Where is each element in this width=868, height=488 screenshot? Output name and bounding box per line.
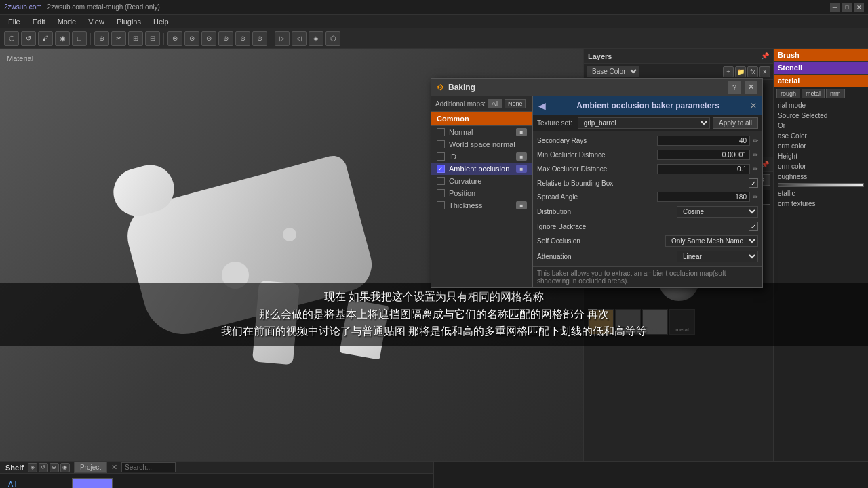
toolbar-btn-16[interactable]: ▷ [275, 31, 290, 46]
subtitle-line-1: 现在 如果我把这个设置为只有相同的网格名称 [14, 288, 854, 306]
menu-edit[interactable]: Edit [27, 16, 51, 27]
self-occlusion-row: Self Occlusion Only Same Mesh Name Alway… [537, 234, 758, 248]
curvature-checkbox[interactable] [437, 177, 445, 185]
position-checkbox[interactable] [437, 189, 445, 197]
roughness-slider[interactable] [778, 183, 864, 187]
layer-fx-btn[interactable]: fx [747, 66, 758, 77]
subtitle-line-2: 那么会做的是将基本上将遮挡图隔离成与它们的名称匹配的网格部分 再次 [14, 306, 854, 323]
common-tab[interactable]: Common [431, 112, 532, 126]
secondary-rays-edit-icon[interactable]: ✏ [753, 137, 758, 144]
spread-angle-input[interactable] [657, 192, 750, 202]
minimize-button[interactable]: ─ [830, 3, 840, 12]
normal-checkbox[interactable] [437, 128, 445, 136]
id-checkbox[interactable] [437, 152, 445, 161]
map-item-normal[interactable]: Normal ■ [431, 126, 532, 138]
baking-help-btn[interactable]: ? [728, 81, 741, 94]
baking-dialog-content: Additional maps: All None Common Normal … [431, 96, 762, 287]
attenuation-select[interactable]: Linear None [677, 251, 758, 262]
toolbar-btn-11[interactable]: ⊘ [184, 31, 199, 46]
ignore-backface-checkbox[interactable] [749, 222, 758, 231]
ao-checkbox[interactable] [437, 165, 445, 173]
toolbar-btn-14[interactable]: ⊛ [235, 31, 250, 46]
map-item-thickness[interactable]: Thickness ■ [431, 199, 532, 211]
mat-basecolor-row: ase Color [774, 131, 868, 141]
toolbar-btn-13[interactable]: ⊚ [218, 31, 233, 46]
mat-mode-label: rial mode [778, 102, 806, 109]
toolbar-btn-7[interactable]: ✂ [111, 31, 126, 46]
toolbar-btn-9[interactable]: ⊟ [145, 31, 160, 46]
shelf-btn-3[interactable]: ⊕ [50, 463, 59, 472]
shelf-btn-1[interactable]: ◈ [28, 463, 37, 472]
thickness-checkbox[interactable] [437, 201, 445, 209]
toolbar-btn-1[interactable]: ⬡ [4, 31, 19, 46]
menu-mode[interactable]: Mode [52, 16, 82, 27]
menu-plugins[interactable]: Plugins [111, 16, 146, 27]
maps-tab-none[interactable]: None [505, 99, 526, 108]
toolbar-btn-2[interactable]: ↺ [21, 31, 36, 46]
toolbar-btn-18[interactable]: ◈ [309, 31, 323, 46]
map-item-position[interactable]: Position [431, 187, 532, 199]
worldnormal-checkbox[interactable] [437, 140, 445, 148]
mat-chip-metal[interactable]: metal [802, 89, 825, 98]
watermark: 2zwsub.com [4, 3, 42, 11]
self-occlusion-select[interactable]: Only Same Mesh Name Always Never [665, 235, 758, 247]
mat-chip-nrm[interactable]: nrm [826, 89, 845, 98]
max-occluder-input[interactable] [657, 164, 750, 174]
stencil-title[interactable]: Stencil [774, 62, 868, 74]
map-item-curvature[interactable]: Curvature [431, 175, 532, 187]
maps-tab-all[interactable]: All [488, 99, 502, 108]
max-occluder-edit-icon[interactable]: ✏ [753, 165, 758, 173]
min-occluder-row: Min Occluder Distance ✏ [537, 148, 758, 161]
toolbar-btn-8[interactable]: ⊞ [128, 31, 143, 46]
toolbar-btn-6[interactable]: ⊕ [94, 31, 109, 46]
shelf-tab-project[interactable]: Project [74, 462, 107, 473]
mat-type-chips: rough metal nrm [774, 87, 868, 100]
close-button[interactable]: ✕ [854, 3, 864, 12]
menu-view[interactable]: View [83, 16, 110, 27]
layer-del-btn[interactable]: ✕ [760, 66, 770, 77]
shelf-btn-2[interactable]: ↺ [39, 463, 48, 472]
baking-close-btn[interactable]: ✕ [745, 81, 757, 94]
base-color-dropdown[interactable]: Base Color [587, 66, 639, 77]
shelf-thumb-normal[interactable]: Normal Ma... [72, 478, 113, 488]
map-item-id[interactable]: ID ■ [431, 150, 532, 163]
shelf-tab-close[interactable]: ✕ [111, 463, 117, 472]
menu-help[interactable]: Help [148, 16, 174, 27]
toolbar-sep-2 [163, 33, 164, 45]
menu-file[interactable]: File [3, 16, 26, 27]
secondary-rays-input[interactable] [657, 136, 750, 146]
min-occluder-input[interactable] [657, 150, 750, 160]
maximize-button[interactable]: □ [842, 3, 852, 12]
baking-icon: ⚙ [437, 83, 444, 92]
toolbar-btn-4[interactable]: ◉ [55, 31, 70, 46]
position-label: Position [449, 189, 475, 197]
material-title[interactable]: aterial [774, 75, 868, 87]
layers-pin[interactable]: 📌 [761, 52, 769, 60]
map-item-ao[interactable]: Ambient occlusion ■ [431, 163, 532, 175]
toolbar-btn-5[interactable]: □ [72, 31, 87, 46]
layer-folder-btn[interactable]: 📁 [735, 66, 746, 77]
toolbar-btn-19[interactable]: ⬡ [326, 31, 340, 46]
toolbar-btn-17[interactable]: ◁ [292, 31, 307, 46]
titlebar: 2zwsub.com 2zwsub.com metal-rough (Read … [0, 0, 868, 15]
brush-title[interactable]: Brush [774, 49, 868, 61]
toolbar-btn-12[interactable]: ⊙ [201, 31, 216, 46]
toolbar-btn-3[interactable]: 🖌 [38, 31, 53, 46]
shelf-btn-4[interactable]: ◉ [60, 463, 70, 472]
toolbar-btn-15[interactable]: ⊜ [252, 31, 267, 46]
toolbar-btn-10[interactable]: ⊗ [167, 31, 182, 46]
id-badge: ■ [516, 152, 527, 161]
distribution-select[interactable]: Cosine Uniform [677, 206, 758, 218]
shelf-sidebar-all[interactable]: All [4, 478, 65, 488]
layer-add-btn[interactable]: + [723, 66, 734, 77]
relative-bounding-checkbox[interactable] [749, 178, 758, 188]
texture-set-select[interactable]: grip_barrel [578, 117, 710, 129]
spread-angle-edit-icon[interactable]: ✏ [753, 193, 758, 201]
baker-collapse-btn[interactable]: ✕ [750, 101, 757, 110]
shelf-search[interactable] [121, 462, 176, 472]
min-occluder-edit-icon[interactable]: ✏ [753, 151, 758, 159]
map-item-worldnormal[interactable]: World space normal [431, 138, 532, 150]
subtitle-overlay: 现在 如果我把这个设置为只有相同的网格名称 那么会做的是将基本上将遮挡图隔离成与… [0, 283, 868, 346]
mat-chip-rough[interactable]: rough [776, 89, 800, 98]
apply-to-all-btn[interactable]: Apply to all [713, 117, 758, 129]
